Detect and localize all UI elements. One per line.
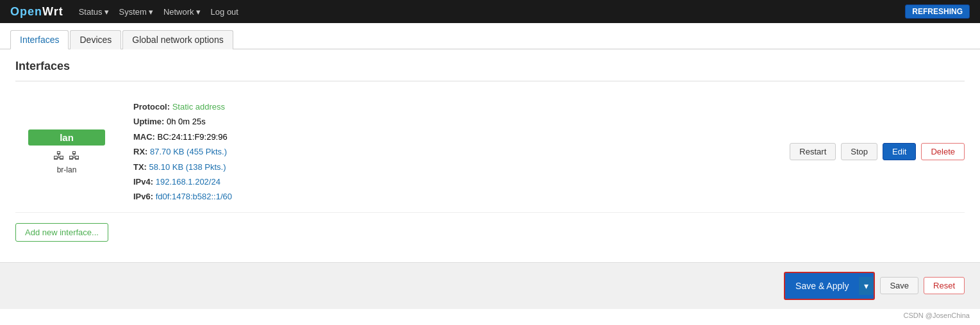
protocol-row: Protocol: Static address xyxy=(133,99,774,114)
section-title: Interfaces xyxy=(15,60,965,73)
tx-row: TX: 58.10 KB (138 Pkts.) xyxy=(133,160,774,174)
tab-devices[interactable]: Devices xyxy=(70,30,121,49)
interface-actions: Restart Stop Edit Delete xyxy=(790,143,965,160)
stop-button[interactable]: Stop xyxy=(841,143,877,160)
site-logo: OpenWrt xyxy=(10,5,63,19)
nav-system[interactable]: System ▾ xyxy=(119,7,153,17)
interfaces-section: Interfaces lan 🖧 🖧 br-lan xyxy=(0,49,980,252)
ipv4-row: IPv4: 192.168.1.202/24 xyxy=(133,174,774,189)
delete-button[interactable]: Delete xyxy=(921,143,965,160)
tx-label: TX: xyxy=(133,162,147,172)
rx-row: RX: 87.70 KB (455 Pkts.) xyxy=(133,144,774,159)
mac-row: MAC: BC:24:11:F9:29:96 xyxy=(133,129,774,144)
save-apply-button-group: Save & Apply ▾ xyxy=(784,272,875,300)
rx-label: RX: xyxy=(133,147,147,156)
ipv6-row: IPv6: fd0f:1478:b582::1/60 xyxy=(133,189,774,204)
bridge-icon: 🖧 xyxy=(69,149,80,163)
protocol-label: Protocol: xyxy=(133,102,170,112)
save-apply-dropdown-arrow[interactable]: ▾ xyxy=(859,277,874,295)
reset-button[interactable]: Reset xyxy=(924,277,965,294)
uptime-value: 0h 0m 25s xyxy=(167,117,206,126)
mac-label: MAC: xyxy=(133,132,155,142)
refreshing-badge: REFRESHING xyxy=(905,4,970,19)
ipv4-label: IPv4: xyxy=(133,177,153,187)
interface-icons: 🖧 🖧 xyxy=(53,149,80,163)
nav-status[interactable]: Status ▾ xyxy=(79,7,109,17)
rx-value: 87.70 KB (455 Pkts.) xyxy=(150,147,227,156)
tabs-bar: Interfaces Devices Global network option… xyxy=(0,23,980,49)
ipv6-label: IPv6: xyxy=(133,192,153,201)
restart-button[interactable]: Restart xyxy=(790,143,836,160)
ipv6-value: fd0f:1478:b582::1/60 xyxy=(156,192,232,201)
protocol-value-text: Static address xyxy=(172,102,225,112)
interface-badge-col: lan 🖧 🖧 br-lan xyxy=(15,129,118,174)
tab-interfaces[interactable]: Interfaces xyxy=(10,30,69,49)
top-navigation: OpenWrt Status ▾ System ▾ Network ▾ Log … xyxy=(0,0,980,23)
nav-logout[interactable]: Log out xyxy=(211,7,238,17)
edit-button[interactable]: Edit xyxy=(883,143,916,160)
network-icon: 🖧 xyxy=(53,149,65,163)
tab-global-network-options[interactable]: Global network options xyxy=(122,30,233,49)
table-row: lan 🖧 🖧 br-lan Protocol: Static address xyxy=(15,92,965,213)
tx-value: 58.10 KB (138 Pkts.) xyxy=(149,162,226,172)
section-divider xyxy=(15,81,965,81)
interface-name-badge: lan xyxy=(28,129,105,146)
ipv4-value: 192.168.1.202/24 xyxy=(156,177,220,187)
uptime-row: Uptime: 0h 0m 25s xyxy=(133,114,774,129)
interface-list: lan 🖧 🖧 br-lan Protocol: Static address xyxy=(15,92,965,213)
main-content: Interfaces lan 🖧 🖧 br-lan xyxy=(0,49,980,325)
footer-bar: Save & Apply ▾ Save Reset xyxy=(0,262,980,309)
interface-info: Protocol: Static address Uptime: 0h 0m 2… xyxy=(133,99,774,204)
interface-device-name: br-lan xyxy=(57,165,77,174)
nav-network[interactable]: Network ▾ xyxy=(163,7,201,17)
mac-value: BC:24:11:F9:29:96 xyxy=(158,132,228,142)
add-interface-button[interactable]: Add new interface... xyxy=(15,223,108,242)
save-button[interactable]: Save xyxy=(880,277,918,294)
save-apply-button[interactable]: Save & Apply xyxy=(785,277,859,295)
watermark: CSDN @JosenChina xyxy=(0,309,980,322)
uptime-label: Uptime: xyxy=(133,117,164,126)
